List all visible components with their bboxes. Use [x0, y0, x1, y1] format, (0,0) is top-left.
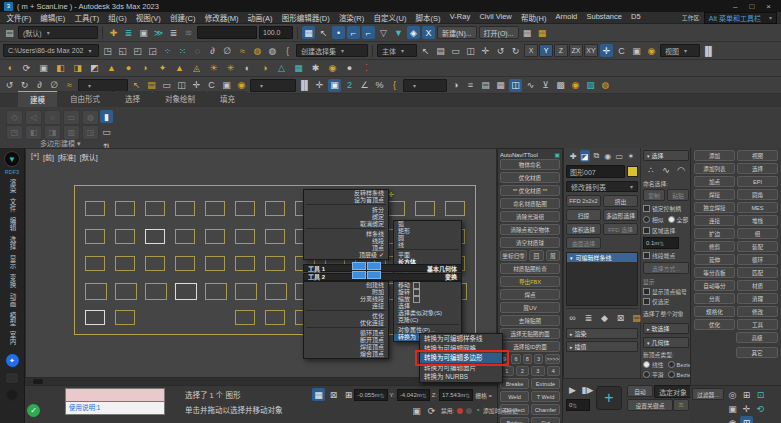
spot-light-icon[interactable]: ▲: [173, 62, 186, 75]
select-by-name-icon[interactable]: ▤: [434, 44, 447, 57]
select-by-name-icon[interactable]: ▤: [145, 79, 158, 92]
shadow-toggle-icon[interactable]: ◐: [241, 62, 254, 75]
modifier-button-FFD 选择[interactable]: FFD 选择: [603, 223, 638, 235]
dome-light-icon[interactable]: ◬: [190, 62, 203, 75]
selected-only-checkbox[interactable]: [643, 298, 650, 305]
menu-item-附加[interactable]: 附加: [304, 289, 388, 296]
x-container-icon[interactable]: X: [422, 26, 435, 39]
sidebar-plugin-icon[interactable]: ✦: [6, 354, 19, 367]
preview-icon[interactable]: ▭: [100, 125, 113, 138]
sidebar-tool-icon-1[interactable]: [5, 372, 19, 384]
ambient-occlusion-icon[interactable]: ◑: [258, 62, 271, 75]
orbit-icon[interactable]: ⟲: [754, 402, 767, 415]
snap-move-icon[interactable]: ✛: [313, 79, 326, 92]
set-keys-button[interactable]: +: [596, 386, 622, 410]
tool-button-焊点[interactable]: 焊点: [500, 289, 560, 300]
small-button-6[interactable]: 6: [511, 354, 520, 364]
ribbon-tab-填充[interactable]: 填充: [208, 91, 247, 107]
render-setup-icon[interactable]: ▨: [584, 79, 597, 92]
zoom-icon[interactable]: ◎: [726, 388, 739, 401]
menu-item-拆分[interactable]: 拆分: [304, 207, 388, 214]
people-icon[interactable]: ◩: [88, 62, 101, 75]
sidebar-item-渲染[interactable]: 渲染: [7, 177, 17, 196]
utilities-tab-icon[interactable]: ✶: [626, 150, 637, 162]
display-tab-icon[interactable]: ▭: [614, 150, 625, 162]
menu-item-优化[interactable]: 优化: [304, 313, 388, 320]
selected-set-dropdown[interactable]: 选定对象: [654, 385, 694, 398]
hierarchy-tab-icon[interactable]: ⧉: [591, 150, 602, 162]
hemisphere-icon[interactable]: ◗: [139, 62, 152, 75]
quad-menu-center-icon[interactable]: [352, 262, 381, 279]
array-icon[interactable]: ⁘: [161, 44, 174, 57]
select-and-link-icon[interactable]: ∂: [206, 44, 219, 57]
container-open-icon[interactable]: ⌐: [347, 26, 360, 39]
window-rectangle[interactable]: [145, 283, 167, 300]
menu-13[interactable]: Civil View: [475, 12, 517, 23]
menu-item-样条线[interactable]: 样条线: [304, 231, 388, 238]
menu-item-绑定[interactable]: 绑定: [304, 214, 388, 221]
triangle-helper-icon[interactable]: △: [275, 62, 288, 75]
body-dropdown[interactable]: 主体: [377, 44, 417, 57]
particles-icon[interactable]: ⁚: [360, 62, 373, 75]
panel-button-其它[interactable]: 其它: [736, 347, 778, 358]
layer-filter-icon[interactable]: ≋: [182, 26, 195, 39]
modifier-button-多边形选择[interactable]: 多边形选择: [603, 209, 638, 221]
maximize-viewport-icon[interactable]: ⊞: [740, 416, 753, 423]
window-rectangle[interactable]: [205, 229, 225, 244]
window-rectangle[interactable]: [175, 201, 195, 216]
menu-item-设为首顶点[interactable]: 设为首顶点: [304, 197, 388, 204]
burst-icon[interactable]: ✱: [309, 62, 322, 75]
window-rectangle[interactable]: [265, 229, 285, 244]
panel-button-工具[interactable]: 工具: [737, 319, 778, 330]
undo-icon[interactable]: ↺: [3, 79, 16, 92]
polygon-modeling-panel-label[interactable]: 多边形建模 ▾: [40, 138, 80, 148]
modify-tab-icon[interactable]: ◪: [580, 150, 591, 162]
chamfer-icon[interactable]: ◲: [82, 125, 99, 140]
z-coordinate-field[interactable]: 17.543m⇅: [439, 389, 473, 401]
menu-7[interactable]: 动画(A): [243, 12, 277, 23]
maxscript-listener-icon[interactable]: ▣: [410, 404, 423, 417]
menu-item-选择类似对象(S)[interactable]: 选择类似对象(S): [394, 310, 461, 317]
menu-item-矩形[interactable]: 矩形: [394, 228, 461, 235]
render-frame-icon[interactable]: ◍: [599, 79, 612, 92]
macro-recorder-field[interactable]: [65, 388, 165, 402]
viewport-menu-standard[interactable]: [标准]: [58, 152, 76, 162]
menu-3[interactable]: 组(G): [104, 12, 132, 23]
tool-button-选择无贴图的面[interactable]: 选择无贴图的面: [500, 328, 560, 339]
all-radio[interactable]: [668, 216, 675, 223]
panel-button-加点[interactable]: 加点: [694, 176, 735, 187]
menu-item-反转样条线[interactable]: 反转样条线: [304, 190, 388, 197]
small-button-2[interactable]: 2: [516, 366, 530, 376]
linear-radio[interactable]: [643, 361, 650, 368]
ribbon-tab-自由形式[interactable]: 自由形式: [58, 91, 112, 107]
window-crossing-icon[interactable]: ◫: [175, 79, 188, 92]
save-icon[interactable]: ▦: [521, 26, 534, 39]
menu-item-循环顶点[interactable]: 循环顶点: [304, 330, 388, 337]
plugin-check-icon[interactable]: ✓: [27, 404, 40, 417]
select-and-link-icon[interactable]: ∂: [33, 79, 46, 92]
similar-radio[interactable]: [643, 216, 650, 223]
workspace-dropdown[interactable]: Alt 菜单和工具栏: [704, 12, 777, 24]
export-icon[interactable]: ◱: [116, 44, 129, 57]
viewport-menu-general[interactable]: [+]: [31, 152, 39, 162]
layer-search-field[interactable]: [197, 26, 257, 39]
panel-button-扩边[interactable]: 扩边: [694, 228, 735, 239]
panel-button-优化[interactable]: 优化: [694, 319, 735, 330]
xref-icon[interactable]: ◲: [146, 44, 159, 57]
auto-key-button[interactable]: 自动: [627, 385, 653, 397]
menu-12[interactable]: V-Ray: [445, 12, 475, 23]
small-button-8[interactable]: 8: [523, 354, 532, 364]
window-rectangle[interactable]: [265, 201, 285, 216]
move-tool-icon[interactable]: ✛: [600, 44, 613, 57]
menu-item-平面[interactable]: 平面: [394, 252, 461, 259]
window-rectangle[interactable]: [265, 283, 287, 300]
window-rectangle[interactable]: [445, 201, 465, 216]
element-tool-icon[interactable]: ◍: [82, 110, 99, 125]
menu-item-熔合顶点[interactable]: 熔合顶点: [304, 351, 388, 358]
menu-item-断开顶点[interactable]: 断开顶点: [304, 337, 388, 344]
paint-deform-icon[interactable]: ◖: [3, 62, 16, 75]
panel-button-T Weld[interactable]: T Weld: [531, 391, 560, 402]
window-rectangle[interactable]: [115, 283, 137, 300]
window-rectangle[interactable]: [205, 283, 227, 300]
panel-button-Bridge[interactable]: Bridge: [500, 417, 529, 423]
